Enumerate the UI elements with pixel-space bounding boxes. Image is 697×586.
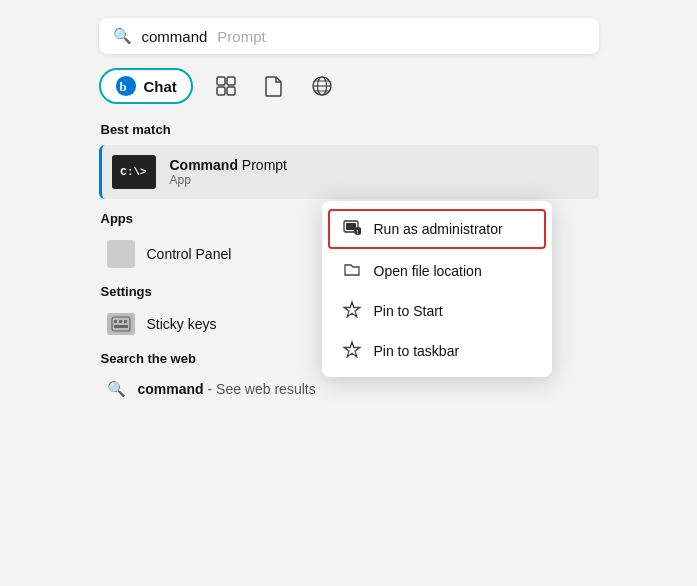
web-search-icon: 🔍 [107,380,126,398]
search-icon: 🔍 [113,27,132,45]
tab-chat[interactable]: b Chat [99,68,193,104]
pin-start-item[interactable]: Pin to Start [326,291,548,331]
cmd-app-icon: C:\> [112,155,156,189]
control-panel-icon [107,240,135,268]
web-item-text: command - See web results [138,381,316,397]
control-panel-label: Control Panel [147,246,232,262]
pin-start-label: Pin to Start [374,303,443,319]
tab-chat-label: Chat [144,78,177,95]
pin-start-icon [342,300,362,322]
best-match-subtitle: App [170,173,287,187]
search-bar[interactable]: 🔍 command Prompt [99,18,599,54]
grid-icon [215,75,237,97]
best-match-title: Command Prompt [170,157,287,173]
search-query: command [142,28,208,45]
sticky-keys-icon [107,313,135,335]
sticky-keys-label: Sticky keys [147,316,217,332]
document-icon [264,75,284,97]
globe-icon [311,75,333,97]
web-command-item[interactable]: 🔍 command - See web results [99,374,599,404]
svg-rect-5 [227,87,235,95]
context-menu: ! Run as administrator Open file locatio… [322,201,552,377]
tabs-row: b Chat [99,68,599,104]
svg-rect-15 [112,317,130,331]
pin-taskbar-item[interactable]: Pin to taskbar [326,331,548,371]
svg-rect-17 [119,320,122,323]
svg-rect-19 [114,325,128,328]
run-as-admin-item[interactable]: ! Run as administrator [328,209,546,249]
best-match-item[interactable]: C:\> Command Prompt App ! Run as adminis [99,145,599,199]
tab-web[interactable] [307,71,337,101]
run-as-admin-label: Run as administrator [374,221,503,237]
best-match-label: Best match [99,122,599,137]
pin-taskbar-label: Pin to taskbar [374,343,460,359]
svg-rect-12 [346,223,356,230]
search-placeholder: Prompt [217,28,265,45]
tab-document[interactable] [259,71,289,101]
open-location-icon [342,260,362,282]
svg-text:b: b [119,80,126,94]
search-panel: 🔍 command Prompt b Chat [79,0,619,414]
pin-taskbar-icon [342,340,362,362]
run-admin-icon: ! [342,218,362,240]
tab-grid[interactable] [211,71,241,101]
open-location-label: Open file location [374,263,482,279]
open-location-item[interactable]: Open file location [326,251,548,291]
svg-rect-16 [114,320,117,323]
svg-rect-4 [217,87,225,95]
svg-rect-2 [217,77,225,85]
svg-rect-3 [227,77,235,85]
svg-text:!: ! [356,229,358,235]
bing-icon: b [115,75,137,97]
svg-rect-18 [124,320,127,323]
best-match-info: Command Prompt App [170,157,287,187]
